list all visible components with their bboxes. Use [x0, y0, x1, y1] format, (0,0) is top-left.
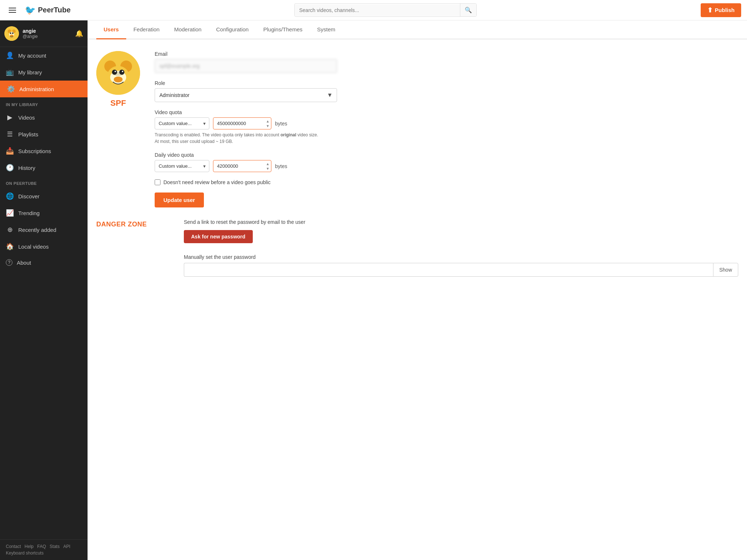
person-icon: 👤	[6, 51, 14, 59]
history-icon: 🕐	[6, 164, 14, 172]
user-avatar-col: SPF	[96, 51, 140, 207]
svg-point-17	[114, 77, 123, 82]
sidebar-item-my-account[interactable]: 👤 My account	[0, 47, 88, 64]
email-label: Email	[155, 51, 337, 57]
tab-users[interactable]: Users	[96, 20, 126, 39]
publish-icon: ⬆	[707, 6, 713, 14]
keyboard-shortcuts-link[interactable]: Keyboard shortcuts	[6, 551, 82, 556]
sidebar-item-label: Local videos	[18, 244, 49, 250]
svg-point-5	[10, 32, 11, 34]
password-row: Show	[184, 263, 738, 277]
sidebar-item-history[interactable]: 🕐 History	[0, 159, 88, 176]
notification-bell[interactable]: 🔔	[75, 30, 83, 38]
tv-icon: 📺	[6, 68, 14, 76]
daily-bytes-label: bytes	[275, 163, 287, 169]
logo[interactable]: 🐦 PeerTube	[25, 5, 71, 15]
sidebar-item-discover[interactable]: 🌐 Discover	[0, 188, 88, 205]
content-area: Users Federation Moderation Configuratio…	[88, 20, 747, 560]
show-password-button[interactable]: Show	[713, 263, 738, 277]
sidebar-handle: @angie	[23, 34, 71, 39]
sidebar-user-info: angie @angie	[23, 28, 71, 39]
menu-button[interactable]	[6, 5, 19, 16]
sidebar-item-my-library[interactable]: 📺 My library	[0, 64, 88, 81]
quota-spinners: ▲ ▼	[266, 119, 270, 128]
danger-label-col: DANGER ZONE	[96, 219, 169, 228]
add-circle-icon: ⊕	[6, 226, 14, 234]
review-checkbox-label: Doesn't need review before a video goes …	[163, 179, 271, 185]
video-quota-select-wrap: Custom value... Unlimited ▼	[155, 117, 209, 129]
manually-set-label: Manually set the user password	[184, 254, 738, 260]
trending-icon: 📈	[6, 209, 14, 217]
daily-quota-group: Daily video quota Custom value... Unlimi…	[155, 152, 337, 172]
quota-down-button[interactable]: ▼	[266, 124, 270, 128]
sidebar-item-trending[interactable]: 📈 Trending	[0, 205, 88, 221]
sidebar-footer: Contact Help FAQ Stats API Keyboard shor…	[0, 539, 88, 560]
tab-moderation[interactable]: Moderation	[167, 20, 209, 39]
daily-quota-up-button[interactable]: ▲	[266, 162, 270, 166]
daily-quota-select-wrap: Custom value... Unlimited ▼	[155, 160, 209, 172]
sidebar-item-playlists[interactable]: ☰ Playlists	[0, 126, 88, 143]
video-quota-input[interactable]	[213, 117, 271, 129]
footer-faq[interactable]: FAQ	[37, 544, 46, 549]
sidebar-item-label: My library	[18, 69, 42, 75]
svg-point-6	[12, 32, 13, 34]
sidebar-item-label: Subscriptions	[18, 148, 51, 154]
about-icon: ?	[6, 259, 12, 266]
quota-hint: Transcoding is enabled. The video quota …	[155, 132, 337, 145]
avatar	[4, 26, 19, 41]
sidebar: angie @angie 🔔 👤 My account 📺 My library…	[0, 20, 88, 560]
tab-plugins-themes[interactable]: Plugins/Themes	[256, 20, 310, 39]
publish-button[interactable]: ⬆ Publish	[701, 3, 741, 17]
bytes-label: bytes	[275, 121, 287, 127]
email-input[interactable]	[155, 59, 337, 73]
sidebar-item-label: About	[17, 260, 31, 266]
role-label: Role	[155, 80, 337, 86]
ask-password-button[interactable]: Ask for new password	[184, 230, 253, 243]
daily-quota-select[interactable]: Custom value... Unlimited	[155, 160, 209, 172]
sidebar-user: angie @angie 🔔	[0, 20, 88, 47]
svg-point-16	[122, 71, 123, 72]
footer-api[interactable]: API	[63, 544, 70, 549]
danger-zone-label: DANGER ZONE	[96, 221, 169, 228]
update-user-button[interactable]: Update user	[155, 192, 204, 207]
admin-tabs: Users Federation Moderation Configuratio…	[88, 20, 747, 39]
globe-icon: 🌐	[6, 192, 14, 200]
logo-text: PeerTube	[38, 6, 71, 14]
video-quota-row: Custom value... Unlimited ▼ ▲ ▼	[155, 117, 337, 129]
sidebar-item-about[interactable]: ? About	[0, 255, 88, 270]
sidebar-item-videos[interactable]: ▶ Videos	[0, 109, 88, 126]
sidebar-item-label: Playlists	[18, 131, 38, 137]
user-form: SPF Email Role Administrator Moderator U…	[88, 39, 747, 219]
playlist-icon: ☰	[6, 130, 14, 138]
search-input[interactable]	[295, 4, 460, 16]
search-button[interactable]: 🔍	[460, 4, 476, 16]
sidebar-item-recently-added[interactable]: ⊕ Recently added	[0, 221, 88, 238]
gear-icon: ⚙️	[7, 85, 15, 93]
sidebar-item-subscriptions[interactable]: 📥 Subscriptions	[0, 143, 88, 159]
new-password-input[interactable]	[184, 263, 713, 277]
daily-quota-spinners: ▲ ▼	[266, 162, 270, 171]
email-group: Email	[155, 51, 337, 73]
role-select-wrap: Administrator Moderator User ▼	[155, 88, 337, 102]
daily-quota-down-button[interactable]: ▼	[266, 166, 270, 171]
role-select[interactable]: Administrator Moderator User	[155, 88, 337, 102]
footer-stats[interactable]: Stats	[50, 544, 59, 549]
sidebar-section-peertube: ON PEERTUBE	[0, 176, 88, 188]
sidebar-section-my-library: IN MY LIBRARY	[0, 97, 88, 109]
sidebar-item-local-videos[interactable]: 🏠 Local videos	[0, 238, 88, 255]
play-icon: ▶	[6, 113, 14, 121]
tab-federation[interactable]: Federation	[126, 20, 167, 39]
footer-help[interactable]: Help	[24, 544, 34, 549]
video-quota-select[interactable]: Custom value... Unlimited	[155, 117, 209, 129]
subscriptions-icon: 📥	[6, 147, 14, 155]
sidebar-item-label: Trending	[18, 210, 40, 216]
review-checkbox[interactable]	[155, 179, 160, 185]
sidebar-item-administration[interactable]: ⚙️ Administration	[0, 81, 88, 97]
tab-system[interactable]: System	[310, 20, 342, 39]
tab-configuration[interactable]: Configuration	[209, 20, 256, 39]
footer-contact[interactable]: Contact	[6, 544, 21, 549]
sidebar-item-label: My account	[18, 52, 46, 59]
quota-up-button[interactable]: ▲	[266, 119, 270, 123]
search-bar: 🔍	[294, 3, 477, 17]
daily-quota-input[interactable]	[213, 160, 271, 172]
